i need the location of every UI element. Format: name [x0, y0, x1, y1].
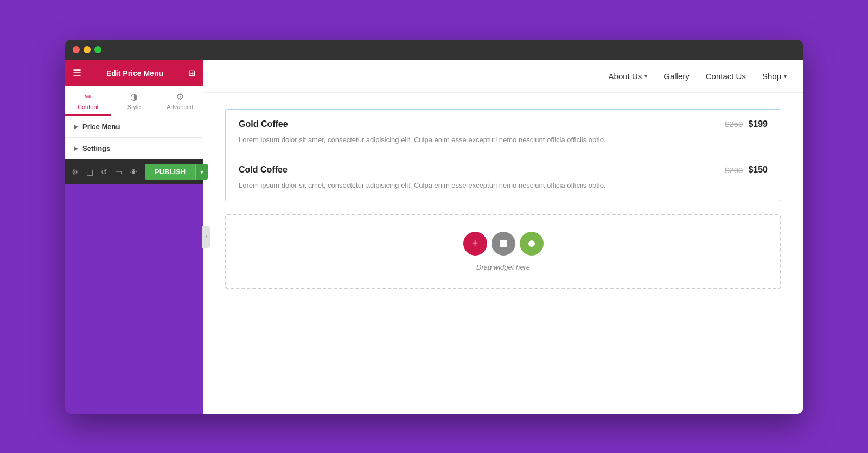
site-nav: About Us ▾ Gallery Contact Us Shop ▾	[203, 60, 803, 93]
shop-dropdown-icon: ▾	[784, 73, 787, 79]
drop-zone[interactable]: + Drag widget here	[225, 214, 781, 289]
gold-coffee-new-price: $199	[748, 119, 768, 129]
nav-item-shop[interactable]: Shop ▾	[762, 72, 787, 81]
price-dots-gold-coffee	[312, 124, 716, 124]
nav-item-contact-us[interactable]: Contact Us	[706, 72, 746, 81]
preview-footer-icon[interactable]: 👁	[130, 168, 137, 176]
publish-arrow-button[interactable]: ▾	[195, 164, 208, 180]
cold-coffee-original-price: $200	[725, 165, 743, 175]
style-tab-icon: ◑	[130, 92, 138, 102]
main-content: ☰ Edit Price Menu ⊞ ✏ Content ◑ Style	[65, 60, 803, 414]
nav-item-gallery[interactable]: Gallery	[663, 72, 690, 81]
price-menu-section-header[interactable]: ▶ Price Menu	[65, 116, 203, 138]
drop-zone-add-button[interactable]: +	[463, 232, 487, 256]
price-item-gold-coffee: Gold Coffee $250 $199 Lorem ipsum dolor …	[226, 110, 781, 156]
gold-coffee-original-price: $250	[725, 119, 743, 129]
traffic-light-red[interactable]	[73, 46, 80, 53]
left-wrapper: ☰ Edit Price Menu ⊞ ✏ Content ◑ Style	[65, 60, 203, 414]
traffic-light-green[interactable]	[94, 46, 101, 53]
panel-section-price-menu: ▶ Price Menu	[65, 116, 203, 138]
gold-coffee-name: Gold Coffee	[239, 119, 304, 129]
nav-item-about-us[interactable]: About Us ▾	[609, 72, 648, 81]
publish-btn-group: PUBLISH ▾	[145, 164, 208, 180]
tab-advanced[interactable]: ⚙ Advanced	[157, 86, 203, 116]
responsive-footer-icon[interactable]: ▭	[115, 168, 122, 176]
hamburger-icon[interactable]: ☰	[73, 67, 81, 79]
collapse-handle[interactable]: ‹	[202, 226, 210, 248]
browser-window: ☰ Edit Price Menu ⊞ ✏ Content ◑ Style	[65, 40, 803, 414]
about-us-dropdown-icon: ▾	[644, 73, 647, 79]
panel-section-settings: ▶ Settings	[65, 138, 203, 159]
advanced-tab-icon: ⚙	[176, 92, 184, 102]
canvas-body: Gold Coffee $250 $199 Lorem ipsum dolor …	[203, 93, 803, 414]
panel-header-title: Edit Price Menu	[106, 69, 163, 78]
price-item-header-cold-coffee: Cold Coffee $200 $150	[239, 165, 768, 175]
nav-contact-us-label: Contact Us	[706, 72, 746, 81]
price-item-cold-coffee: Cold Coffee $200 $150 Lorem ipsum dolor …	[226, 155, 781, 201]
tab-content-label: Content	[78, 104, 99, 110]
drop-zone-buttons: +	[463, 232, 544, 256]
svg-rect-0	[500, 240, 507, 247]
drop-zone-move-button[interactable]	[492, 232, 515, 256]
nav-shop-label: Shop	[762, 72, 781, 81]
settings-section-header[interactable]: ▶ Settings	[65, 138, 203, 159]
drop-zone-label: Drag widget here	[476, 263, 530, 271]
tab-content[interactable]: ✏ Content	[65, 86, 111, 116]
grid-icon[interactable]: ⊞	[188, 68, 195, 78]
gold-coffee-description: Lorem ipsum dolor sit amet, consectetur …	[239, 135, 768, 145]
panel-footer: ⚙ ◫ ↺ ▭ 👁 PUBLISH ▾	[65, 159, 203, 184]
price-item-header-gold-coffee: Gold Coffee $250 $199	[239, 119, 768, 129]
price-menu-widget: Gold Coffee $250 $199 Lorem ipsum dolor …	[225, 109, 781, 201]
price-menu-arrow-icon: ▶	[74, 124, 78, 130]
drop-zone-settings-button[interactable]	[520, 232, 544, 256]
cold-coffee-name: Cold Coffee	[239, 165, 304, 175]
nav-gallery-label: Gallery	[663, 72, 690, 81]
panel-tabs: ✏ Content ◑ Style ⚙ Advanced	[65, 86, 203, 116]
settings-footer-icon[interactable]: ⚙	[72, 168, 79, 176]
titlebar	[65, 40, 803, 60]
svg-point-1	[528, 240, 535, 247]
content-tab-icon: ✏	[85, 92, 92, 102]
cold-coffee-new-price: $150	[748, 165, 768, 175]
history-footer-icon[interactable]: ↺	[101, 168, 107, 176]
settings-section-label: Settings	[82, 144, 110, 152]
traffic-light-yellow[interactable]	[84, 46, 91, 53]
traffic-lights	[73, 46, 101, 53]
tab-advanced-label: Advanced	[167, 104, 193, 110]
price-menu-section-label: Price Menu	[82, 123, 120, 131]
canvas-area: About Us ▾ Gallery Contact Us Shop ▾	[203, 60, 803, 414]
left-panel: ☰ Edit Price Menu ⊞ ✏ Content ◑ Style	[65, 60, 203, 184]
tab-style[interactable]: ◑ Style	[111, 86, 157, 116]
settings-arrow-icon: ▶	[74, 145, 78, 151]
publish-button[interactable]: PUBLISH	[145, 164, 195, 180]
panel-header: ☰ Edit Price Menu ⊞	[65, 60, 203, 86]
layers-footer-icon[interactable]: ◫	[86, 168, 93, 176]
cold-coffee-description: Lorem ipsum dolor sit amet, consectetur …	[239, 180, 768, 191]
tab-style-label: Style	[127, 104, 141, 110]
nav-about-us-label: About Us	[609, 72, 642, 81]
price-dots-cold-coffee	[312, 170, 716, 170]
